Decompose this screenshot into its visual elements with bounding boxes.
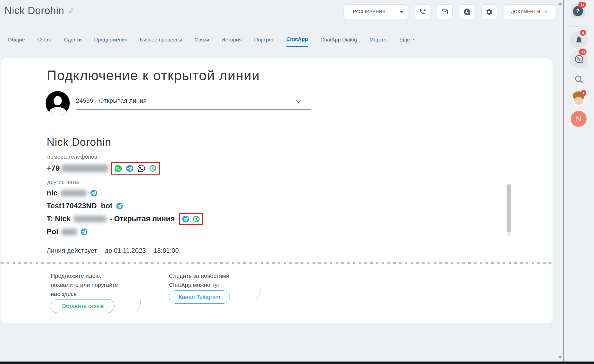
telegram-icon[interactable]: [80, 228, 88, 236]
header-actions: РАСШИРЕНИЯ: [343, 4, 556, 19]
extensions-button-label: РАСШИРЕНИЯ: [344, 9, 395, 14]
chat-arrows-icon: [574, 54, 584, 64]
telegram-channel-button[interactable]: Канал Telegram: [169, 290, 230, 304]
tab-sdelki[interactable]: Сделки: [64, 36, 82, 47]
search-icon: [574, 74, 584, 85]
messenger-badge: 33: [579, 49, 587, 55]
telegram-icon[interactable]: [90, 189, 98, 197]
dashed-divider: [1, 262, 553, 264]
news-line: ChatApp можно тут: [169, 280, 229, 289]
chat-row-telegram-bot: Test170423ND_bot: [47, 200, 203, 212]
chatapp-icon[interactable]: [149, 164, 157, 173]
chat-list: nic Test170423ND_bot T: Nick - Открытая …: [47, 187, 203, 238]
news-line: Следить за новостями: [169, 271, 229, 280]
tab-scheta[interactable]: Счета: [37, 36, 51, 47]
chatapp-panel: Подключение к открытой линии 24559 - Отк…: [1, 58, 553, 323]
telegram-icon[interactable]: [126, 164, 134, 173]
feedback-line: Предложите идею,: [51, 271, 118, 280]
leave-feedback-button[interactable]: Оставить отзыв: [51, 299, 115, 313]
extensions-button[interactable]: РАСШИРЕНИЯ: [343, 4, 408, 19]
rail-divider: [569, 87, 589, 87]
chevron-down-icon[interactable]: [294, 98, 303, 107]
tab-market[interactable]: Маркет: [369, 36, 387, 47]
scrollbar-thumb[interactable]: [507, 184, 511, 232]
tab-svyazi[interactable]: Связи: [194, 36, 209, 47]
redacted-text: [61, 229, 77, 235]
news-text: Следить за новостями ChatApp можно тут: [169, 271, 229, 289]
rail-divider: [569, 26, 589, 27]
chat-name: Test170423ND_bot: [47, 202, 113, 210]
scroll-up-arrow[interactable]: [558, 2, 562, 5]
select-underline: [76, 109, 311, 110]
settings-button[interactable]: [481, 4, 497, 19]
chat-messengers-highlight: [179, 213, 203, 225]
contact-title-text: Nick Dorohin: [4, 5, 64, 16]
right-rail: ? 14 9 33 1 N: [563, 0, 594, 364]
phone-icon: [419, 8, 426, 15]
feedback-text: Предложите идею, похвалите или поругайте…: [51, 271, 118, 298]
tab-biznes-processy[interactable]: Бизнес-процессы: [140, 36, 182, 47]
chat-row-telegram-user: Pol: [47, 225, 203, 238]
tab-more-label: Еще: [399, 37, 410, 43]
mail-button[interactable]: [437, 4, 453, 19]
feedback-line: похвалите или поругайте: [51, 280, 118, 289]
chat-name: nic: [47, 189, 57, 197]
contact-name: Nick Dorohin: [47, 136, 111, 148]
panel-heading: Подключение к открытой линии: [47, 68, 260, 83]
notifications-badge: 9: [580, 30, 586, 36]
phone-messengers-highlight: [111, 162, 160, 175]
rail-divider: [569, 71, 589, 71]
chat-row-telegram-username: nic: [47, 187, 203, 200]
tab-portret[interactable]: Портрет: [254, 36, 274, 47]
chevron-down-icon: [412, 38, 416, 42]
help-badge: 14: [578, 2, 586, 8]
tab-chatapp[interactable]: ChatApp: [286, 36, 308, 47]
documents-button-label: ДОКУМЕНТЫ: [511, 9, 540, 14]
chat-name-prefix: T: Nick: [47, 215, 71, 223]
page-title: Nick Dorohin: [4, 5, 74, 16]
open-line-select-value: 24559 - Открытая линия: [76, 97, 311, 104]
telegram-icon[interactable]: [116, 202, 124, 210]
telegram-icon[interactable]: [182, 215, 190, 223]
scrollbar-track: [507, 232, 511, 236]
line-avatar: [46, 91, 70, 115]
search-button[interactable]: [574, 74, 584, 86]
tab-chatapp-dialog[interactable]: ChatApp Dialog: [320, 36, 357, 47]
chatapp-icon[interactable]: [192, 215, 200, 223]
whatsapp-outline-icon[interactable]: [137, 164, 146, 173]
chat-row-open-line: T: Nick - Открытая линия: [47, 212, 203, 225]
chat-name-suffix: - Открытая линия: [110, 215, 175, 223]
documents-button[interactable]: ДОКУМЕНТЫ: [504, 4, 556, 19]
phone-row: +79: [47, 162, 160, 175]
extensions-caret[interactable]: [395, 11, 408, 13]
avatar-badge: 1: [581, 90, 586, 96]
phones-label: номера телефонов: [47, 154, 97, 160]
line-validity: Линия действует до 01.11.2023 18:01:00: [47, 247, 179, 254]
redacted-phone-digits: [62, 164, 108, 172]
tab-istoriya[interactable]: История: [222, 36, 242, 47]
window-bottom-strip: [0, 362, 594, 364]
bell-icon: [575, 35, 583, 44]
open-lines-button[interactable]: [459, 4, 475, 19]
chat-name: Pol: [47, 228, 58, 236]
open-line-select[interactable]: 24559 - Открытая линия: [76, 97, 311, 110]
call-button[interactable]: [415, 4, 430, 19]
tab-obshchie[interactable]: Общие: [8, 36, 25, 47]
redacted-text: [74, 216, 107, 222]
phone-number: +79: [47, 164, 60, 173]
validity-label: Линия действует: [47, 247, 97, 254]
redacted-text: [60, 190, 87, 197]
chat-arrows-icon: [463, 8, 471, 16]
chevron-down-icon: [543, 9, 548, 14]
list-scrollbar[interactable]: [507, 184, 511, 238]
feedback-line: нас здесь: [51, 289, 118, 298]
profile-avatar[interactable]: N: [571, 111, 587, 127]
tab-predlozheniya[interactable]: Предложения: [94, 36, 128, 47]
tab-more[interactable]: Еще: [399, 36, 416, 47]
caret-down-icon: [400, 11, 403, 13]
crm-contact-page: Nick Dorohin РАСШИРЕНИЯ: [0, 0, 594, 364]
decor-arc: [122, 292, 143, 315]
whatsapp-icon[interactable]: [114, 164, 122, 173]
edit-link-icon[interactable]: [68, 8, 74, 14]
scroll-down-arrow[interactable]: [558, 356, 562, 359]
